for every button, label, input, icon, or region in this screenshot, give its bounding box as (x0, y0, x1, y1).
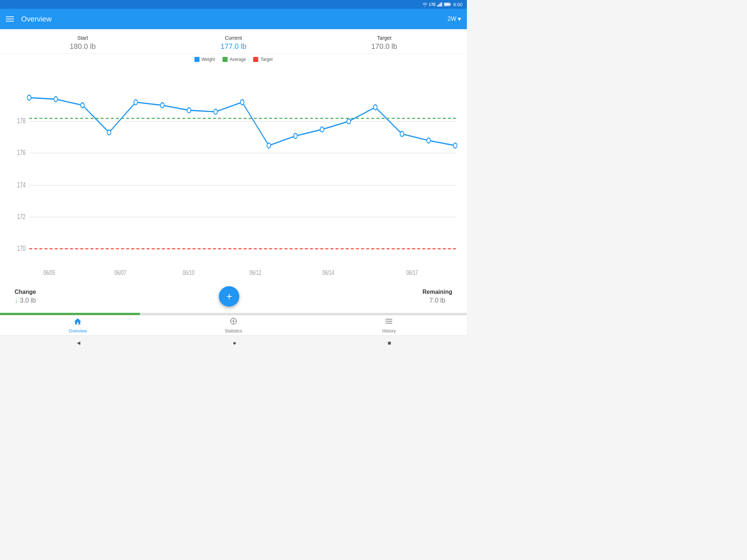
bottom-stats: Change ↓ 3.0 lb + Remaining 7.0 lb (0, 280, 467, 313)
weight-legend-label: Weight (202, 57, 215, 62)
svg-point-19 (27, 95, 31, 100)
status-icons: LTE 8:00 (422, 2, 462, 7)
svg-text:176: 176 (17, 149, 26, 157)
svg-point-30 (320, 127, 324, 132)
svg-text:06/17: 06/17 (406, 269, 418, 276)
dropdown-icon: ▾ (458, 15, 461, 23)
period-selector[interactable]: 2W ▾ (448, 15, 461, 23)
svg-text:06/05: 06/05 (43, 269, 55, 276)
home-button[interactable]: ● (233, 340, 236, 346)
svg-point-28 (267, 143, 271, 148)
svg-point-24 (160, 103, 164, 108)
svg-text:178: 178 (17, 117, 26, 125)
statistics-icon (229, 317, 238, 327)
svg-text:172: 172 (17, 213, 26, 221)
add-entry-fab[interactable]: + (219, 286, 239, 307)
target-legend: Target (253, 57, 272, 62)
weight-color (194, 57, 200, 62)
change-label: Change (15, 289, 36, 295)
start-value: 180.0 lb (70, 42, 96, 51)
wifi-icon (422, 2, 428, 7)
change-amount: 3.0 lb (20, 297, 36, 304)
svg-point-32 (374, 105, 377, 110)
svg-point-43 (233, 320, 235, 322)
svg-text:06/14: 06/14 (322, 269, 334, 276)
svg-text:170: 170 (17, 245, 26, 253)
start-label: Start (70, 35, 96, 41)
target-legend-label: Target (260, 57, 272, 62)
progress-bar-container (0, 313, 467, 315)
app-bar: Overview 2W ▾ (0, 9, 467, 29)
svg-point-34 (427, 138, 430, 143)
average-legend-label: Average (230, 57, 246, 62)
progress-bar-fill (0, 313, 140, 315)
svg-text:06/10: 06/10 (183, 269, 195, 276)
app-bar-left: Overview (6, 15, 51, 23)
target-color (253, 57, 258, 62)
nav-statistics[interactable]: Statistics (156, 317, 311, 334)
overview-nav-label: Overview (69, 328, 87, 334)
svg-rect-6 (445, 3, 449, 5)
svg-text:06/07: 06/07 (115, 269, 126, 276)
svg-rect-0 (437, 5, 438, 7)
stats-header: Start 180.0 lb Current 177.0 lb Target 1… (0, 29, 467, 54)
target-stat: Target 170.0 lb (371, 35, 397, 51)
bottom-nav: Overview Statistics Hist (0, 315, 467, 335)
weight-chart: 178 176 174 172 170 (7, 63, 460, 280)
chart-area: 178 176 174 172 170 (0, 63, 467, 280)
svg-point-23 (134, 100, 138, 105)
average-color (222, 57, 228, 62)
svg-point-22 (107, 130, 111, 135)
svg-point-20 (54, 97, 58, 102)
svg-point-25 (187, 108, 191, 113)
statistics-nav-label: Statistics (225, 328, 242, 334)
main-content: Start 180.0 lb Current 177.0 lb Target 1… (0, 29, 467, 315)
list-icon (385, 317, 394, 327)
svg-rect-1 (438, 4, 440, 7)
svg-point-27 (240, 100, 244, 105)
start-stat: Start 180.0 lb (70, 35, 96, 51)
change-value: ↓ 3.0 lb (15, 297, 36, 304)
svg-point-31 (347, 119, 351, 124)
hamburger-menu[interactable] (6, 16, 14, 22)
svg-text:174: 174 (17, 181, 26, 189)
change-stat: Change ↓ 3.0 lb (15, 289, 36, 304)
average-legend: Average (222, 57, 246, 62)
current-value: 177.0 lb (220, 42, 246, 51)
battery-icon (444, 2, 451, 7)
remaining-stat: Remaining 7.0 lb (422, 289, 452, 304)
fab-icon: + (226, 291, 232, 302)
svg-point-29 (294, 133, 297, 139)
nav-history[interactable]: History (311, 317, 467, 334)
signal-icon (437, 2, 442, 7)
nav-overview[interactable]: Overview (0, 317, 156, 334)
home-icon (73, 317, 82, 327)
svg-rect-3 (441, 2, 442, 7)
target-label: Target (371, 35, 397, 41)
android-nav: ◄ ● ■ (0, 335, 467, 350)
change-arrow: ↓ (15, 297, 18, 304)
lte-icon: LTE (429, 3, 436, 7)
svg-point-33 (400, 131, 404, 136)
svg-point-26 (214, 109, 217, 114)
svg-text:06/12: 06/12 (249, 269, 261, 276)
period-label: 2W (448, 16, 456, 22)
back-button[interactable]: ◄ (76, 340, 81, 346)
svg-rect-2 (440, 3, 441, 7)
remaining-value: 7.0 lb (422, 297, 452, 304)
remaining-label: Remaining (422, 289, 452, 295)
recent-button[interactable]: ■ (388, 340, 391, 346)
svg-rect-5 (450, 4, 451, 5)
chart-legend: Weight Average Target (0, 54, 467, 63)
current-label: Current (220, 35, 246, 41)
time-display: 8:00 (453, 2, 462, 7)
current-stat: Current 177.0 lb (220, 35, 246, 51)
status-bar: LTE 8:00 (0, 0, 467, 9)
svg-point-21 (81, 103, 84, 108)
svg-point-35 (453, 143, 457, 148)
target-value: 170.0 lb (371, 42, 397, 51)
app-bar-title: Overview (21, 15, 51, 23)
history-nav-label: History (382, 328, 396, 334)
weight-legend: Weight (194, 57, 215, 62)
